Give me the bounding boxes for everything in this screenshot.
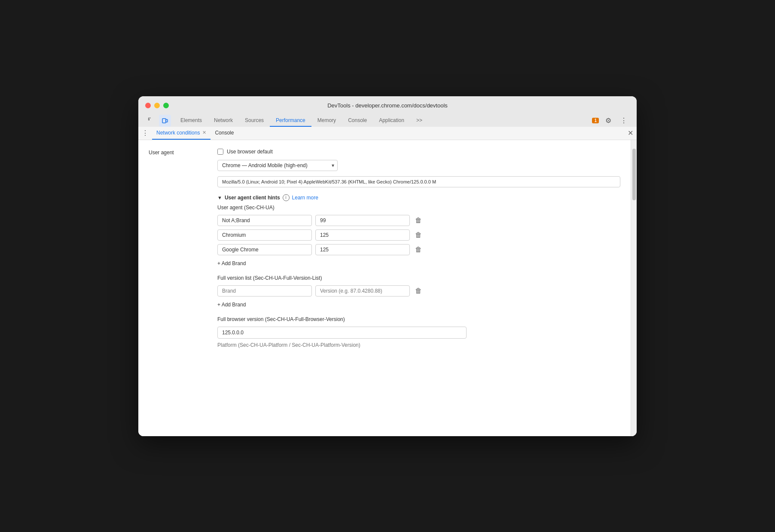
subtabs-close-all[interactable]: ✕	[628, 129, 633, 137]
platform-label: Platform (Sec-CH-UA-Platform / Sec-CH-UA…	[217, 342, 620, 348]
tab-memory[interactable]: Memory	[311, 115, 342, 127]
subtab-network-conditions[interactable]: Network conditions ✕	[152, 127, 211, 140]
use-browser-default-checkbox[interactable]	[217, 149, 223, 155]
title-bar: DevTools - developer.chrome.com/docs/dev…	[138, 96, 637, 127]
full-browser-version-label: Full browser version (Sec-CH-UA-Full-Bro…	[217, 316, 620, 322]
svg-rect-3	[149, 119, 150, 120]
content-area: User agent Use browser default Chrome — …	[138, 140, 631, 436]
subtab-console-label: Console	[215, 130, 234, 136]
toolbar-icons	[145, 115, 171, 127]
window-title: DevTools - developer.chrome.com/docs/dev…	[327, 102, 448, 109]
user-agent-label: User agent	[149, 149, 209, 348]
learn-more-link[interactable]: Learn more	[292, 195, 318, 201]
cursor-tool-button[interactable]	[145, 115, 157, 127]
maximize-button[interactable]	[163, 103, 169, 108]
version-input-0[interactable]	[315, 215, 410, 226]
use-browser-default-row: Use browser default	[217, 149, 620, 155]
minimize-button[interactable]	[154, 103, 160, 108]
add-brand-button-2[interactable]: + Add Brand	[217, 300, 246, 309]
user-agent-content: Use browser default Chrome — Android Mob…	[217, 149, 620, 348]
toolbar-right: 1 ⚙ ⋮	[592, 115, 630, 127]
tab-more[interactable]: >>	[410, 115, 428, 127]
brand-row-0: 🗑	[217, 215, 620, 226]
devtools-window: DevTools - developer.chrome.com/docs/dev…	[138, 96, 637, 436]
delete-brand-0[interactable]: 🗑	[413, 215, 424, 226]
brand-input-0[interactable]	[217, 215, 312, 226]
delete-brand-2[interactable]: 🗑	[413, 245, 424, 255]
tab-network[interactable]: Network	[208, 115, 239, 127]
subtab-network-conditions-close[interactable]: ✕	[202, 130, 206, 135]
close-button[interactable]	[145, 103, 151, 108]
full-version-brand-row-0: 🗑	[217, 285, 620, 297]
tab-performance[interactable]: Performance	[270, 115, 311, 127]
ua-string-input[interactable]	[217, 176, 620, 187]
delete-brand-1[interactable]: 🗑	[413, 230, 424, 240]
client-hints-toggle[interactable]: ▼	[217, 195, 222, 200]
full-version-brand-input-0[interactable]	[217, 285, 312, 297]
devtools-body: ⋮ Network conditions ✕ Console ✕ User ag…	[138, 127, 637, 436]
tab-sources[interactable]: Sources	[239, 115, 270, 127]
subtab-network-conditions-label: Network conditions	[156, 130, 200, 136]
brand-input-2[interactable]	[217, 244, 312, 255]
sec-ch-ua-label: User agent (Sec-CH-UA)	[217, 205, 620, 211]
svg-rect-2	[148, 120, 150, 120]
add-brand-button-1[interactable]: + Add Brand	[217, 259, 246, 268]
subtab-console[interactable]: Console	[211, 127, 238, 140]
subtabs-bar: ⋮ Network conditions ✕ Console ✕	[138, 127, 637, 140]
svg-rect-5	[166, 119, 168, 122]
notification-badge: 1	[592, 118, 599, 123]
svg-rect-4	[162, 119, 166, 123]
subtabs-dots[interactable]: ⋮	[142, 129, 149, 137]
scrollbar-thumb[interactable]	[632, 149, 636, 200]
full-browser-version-input[interactable]	[217, 327, 467, 339]
settings-button[interactable]: ⚙	[602, 115, 614, 127]
main-content: User agent Use browser default Chrome — …	[138, 140, 637, 436]
tab-application[interactable]: Application	[373, 115, 410, 127]
client-hints-header: ▼ User agent client hints i Learn more	[217, 194, 620, 201]
full-browser-version-row	[217, 327, 620, 339]
brand-row-2: 🗑	[217, 244, 620, 255]
use-browser-default-label: Use browser default	[227, 149, 273, 155]
tab-elements[interactable]: Elements	[174, 115, 208, 127]
info-icon[interactable]: i	[283, 194, 290, 201]
brand-input-1[interactable]	[217, 229, 312, 241]
scrollbar-track[interactable]	[631, 140, 637, 436]
delete-full-version-brand-0[interactable]: 🗑	[413, 286, 424, 296]
full-version-version-input-0[interactable]	[315, 285, 410, 297]
main-toolbar: Elements Network Sources Performance Mem…	[145, 113, 630, 127]
ua-select-wrapper: Chrome — Android Mobile (high-end) Chrom…	[217, 160, 338, 171]
client-hints-title: User agent client hints	[225, 195, 280, 201]
tab-console[interactable]: Console	[342, 115, 373, 127]
device-tool-button[interactable]	[159, 115, 171, 127]
window-controls	[145, 103, 169, 108]
version-input-1[interactable]	[315, 229, 410, 241]
version-input-2[interactable]	[315, 244, 410, 255]
more-actions-button[interactable]: ⋮	[618, 115, 630, 127]
brand-row-1: 🗑	[217, 229, 620, 241]
full-version-list-label: Full version list (Sec-CH-UA-Full-Versio…	[217, 275, 620, 281]
user-agent-section: User agent Use browser default Chrome — …	[149, 149, 620, 348]
ua-select[interactable]: Chrome — Android Mobile (high-end) Chrom…	[217, 160, 338, 171]
